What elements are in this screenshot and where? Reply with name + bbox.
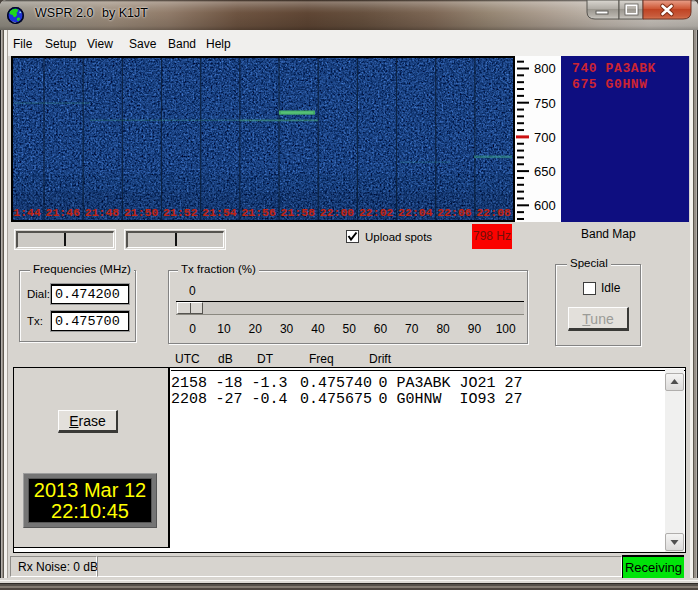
svg-text:22:00: 22:00 [320,206,355,219]
svg-text:21:52: 21:52 [163,206,198,219]
svg-text:21:54: 21:54 [202,206,237,219]
svg-text:21:58: 21:58 [281,206,316,219]
svg-text:22:08: 22:08 [476,206,511,219]
svg-text:22:06: 22:06 [437,206,472,219]
svg-text:750: 750 [534,96,556,111]
svg-text:600: 600 [534,198,556,213]
svg-text:21:56: 21:56 [241,206,276,219]
svg-text:700: 700 [534,130,556,145]
svg-text:21:44: 21:44 [11,206,41,219]
svg-text:800: 800 [534,61,556,76]
svg-text:21:48: 21:48 [85,206,120,219]
svg-text:22:02: 22:02 [359,206,394,219]
svg-text:650: 650 [534,164,556,179]
svg-text:22:04: 22:04 [398,206,433,219]
svg-text:21:50: 21:50 [124,206,159,219]
svg-text:21:46: 21:46 [46,206,81,219]
